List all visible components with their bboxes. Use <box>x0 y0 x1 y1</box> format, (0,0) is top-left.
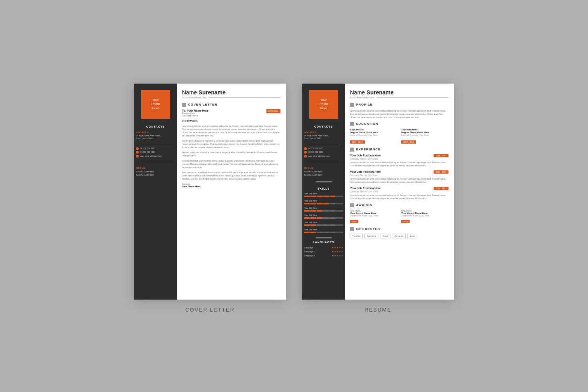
email-text: your email address here <box>140 155 162 158</box>
resume-email-icon <box>304 155 307 158</box>
sig-name: Your Name Here <box>182 185 280 188</box>
edu-col-2: Your Bachelor Degree Name Goes Here Name… <box>401 128 448 144</box>
resume-social-block: SOCIAL Social 1: /username Social 2: /us… <box>304 165 343 176</box>
resume-social-1: Social 1: /username <box>304 170 343 173</box>
award-1: First Place, Your Award Name Here Organi… <box>350 210 397 224</box>
skill-2: Your Skill Here <box>304 200 343 204</box>
resume-sidebar: YourPhotoHere CONTACTS ADDRESS: 00 Your … <box>302 84 345 300</box>
skills-title: SKILLS <box>318 187 330 190</box>
resume-content: Name Surename Your Professional Here PRO… <box>345 84 454 300</box>
interests-row: Traveling Swimming Travel Animation Musi… <box>350 234 448 238</box>
lang-1: Language 1 ★ ★ ★ ★ ★ <box>304 246 343 249</box>
award-2: First Place, Your Award Name Here Organi… <box>401 210 448 224</box>
resume-photo: YourPhotoHere <box>309 90 338 119</box>
profession-line <box>209 97 280 98</box>
last-name: Surename <box>198 89 226 96</box>
resume-profession-line <box>377 97 448 98</box>
resume-profession: Your Professional Here <box>350 96 374 99</box>
section-bar-icon <box>182 103 186 107</box>
education-header: EDUCATION <box>350 122 448 126</box>
email-icon <box>136 155 139 158</box>
resume-profession-row: Your Professional Here <box>350 96 448 99</box>
interests-bar-icon <box>350 227 354 231</box>
resume-phone-block: 00 000 000 0000 00 000 000 0000 your ema… <box>304 147 343 159</box>
resume-phone-icon-1 <box>304 147 307 150</box>
profession-row: Your Professional Here <box>182 96 280 99</box>
profession-text: Your Professional Here <box>182 96 206 99</box>
address-label: ADDRESS: <box>136 131 175 134</box>
experience-bar-icon <box>350 148 354 152</box>
cover-letter-card: YourPhotoHere CONTACTS ADDRESS: 00 Your … <box>134 84 286 300</box>
resume-email-row: your email address here <box>304 155 343 158</box>
cover-section-title: COVER LETTER <box>188 103 218 106</box>
resume-first-name: Name <box>350 89 365 96</box>
interest-animation: Animation <box>392 234 406 238</box>
phone-block: 00 000 000 0000 00 000 000 0000 your ema… <box>136 147 175 159</box>
profile-text: Lorem ipsum dolor sit amet, consectetuer… <box>350 109 448 119</box>
phone-row-1: 00 000 000 0000 <box>136 147 175 150</box>
email-row: your email address here <box>136 155 175 158</box>
resume-card: YourPhotoHere CONTACTS ADDRESS: 00 Your … <box>302 84 454 300</box>
education-bar-icon <box>350 122 354 126</box>
experience-title: EXPERIENCE <box>356 148 381 151</box>
skill-3: Your Skill Here <box>304 207 343 212</box>
interests-header: INTERESTES <box>350 227 448 231</box>
awards-title: AWARDS <box>356 203 372 207</box>
phone-icon-2 <box>136 151 139 154</box>
date-badge: 00/00/0000 <box>266 109 280 113</box>
awards-bar-icon <box>350 203 354 207</box>
sincerely: Sincerely, Your Name Here <box>182 183 280 188</box>
to-company: Company Name <box>182 114 208 117</box>
phone-row-2: 00 000 000 0000 <box>136 151 175 154</box>
social-divider <box>138 163 173 163</box>
interest-traveling: Traveling <box>350 234 363 238</box>
awards-header: AWARDS <box>350 203 448 207</box>
awards-row: First Place, Your Award Name Here Organi… <box>350 210 448 224</box>
social-block: SOCIAL Social 1: /username Social 2: /us… <box>136 165 175 176</box>
resume-label: RESUME <box>364 307 392 313</box>
to-name: To: Your Name Here <box>182 109 208 112</box>
resume-address-label: ADDRESS: <box>304 131 343 134</box>
lang-2: Language 2 ★ ★ ★ ★ ★ <box>304 250 343 253</box>
skill-6: Your Skill Here <box>304 228 343 233</box>
exp-2: Your Job Position Here 2014 - 2015 Compa… <box>350 170 448 184</box>
para-1: Lorem ipsum dolor sit amet, consectetuer… <box>182 124 280 137</box>
greeting: Dear Sir/Madam, <box>182 119 280 122</box>
resume-divider-1 <box>306 145 341 145</box>
first-name: Name <box>182 89 197 96</box>
cover-letter-content: Name Surename Your Professional Here COV… <box>177 84 286 300</box>
interest-swimming: Swimming <box>364 234 378 238</box>
cover-section-header: COVER LETTER <box>182 103 280 107</box>
templates-row: YourPhotoHere CONTACTS ADDRESS: 00 Your … <box>134 84 454 313</box>
address-block: ADDRESS: 00 Your Street, Area Name,City,… <box>136 131 175 140</box>
education-row: Your Master Degree Name Goes Here Name o… <box>350 128 448 144</box>
name-row: Name Surename <box>182 89 280 96</box>
resume-social-2: Social 2: /username <box>304 173 343 176</box>
skill-5: Your Skill Here <box>304 221 343 226</box>
resume-phone-icon-2 <box>304 151 307 154</box>
resume-last-name: Surename <box>366 89 394 96</box>
lang-divider <box>316 237 332 238</box>
profile-title: PROFILE <box>356 103 373 106</box>
social-1: Social 1: /username <box>136 170 175 173</box>
skill-4: Your Skill Here <box>304 214 343 219</box>
para-4: Aenean imperdiet. Etiam ultricies nisi v… <box>182 159 280 169</box>
resume-phone-1: 00 000 000 0000 <box>308 147 323 150</box>
para-5: Nam quam nunc, blandit vel, luctus pulvi… <box>182 171 280 180</box>
cover-letter-template: YourPhotoHere CONTACTS ADDRESS: 00 Your … <box>134 84 286 313</box>
edu-col-1: Your Master Degree Name Goes Here Name o… <box>350 128 397 144</box>
resume-address-block: ADDRESS: 00 Your Street, Area Name,City,… <box>304 131 343 140</box>
para-2: In enim justo, rhoncus ut, imperdiet a, … <box>182 139 280 149</box>
phone-1: 00 000 000 0000 <box>140 147 155 150</box>
para-3: Aliquam lorem ante, dapibus in, viverra … <box>182 151 280 157</box>
resume-email: your email address here <box>308 155 330 158</box>
photo-placeholder: YourPhotoHere <box>141 90 170 119</box>
resume-divider-2 <box>306 163 341 163</box>
resume-social-label: SOCIAL <box>304 167 343 169</box>
greeting-text: Dear Sir/Madam, <box>182 119 280 122</box>
interest-music: Music <box>407 234 417 238</box>
contact-divider <box>138 145 173 145</box>
resume-phone-row-1: 00 000 000 0000 <box>304 147 343 150</box>
education-title: EDUCATION <box>356 122 378 126</box>
address-text: 00 Your Street, Area Name,City, Country … <box>136 134 175 140</box>
